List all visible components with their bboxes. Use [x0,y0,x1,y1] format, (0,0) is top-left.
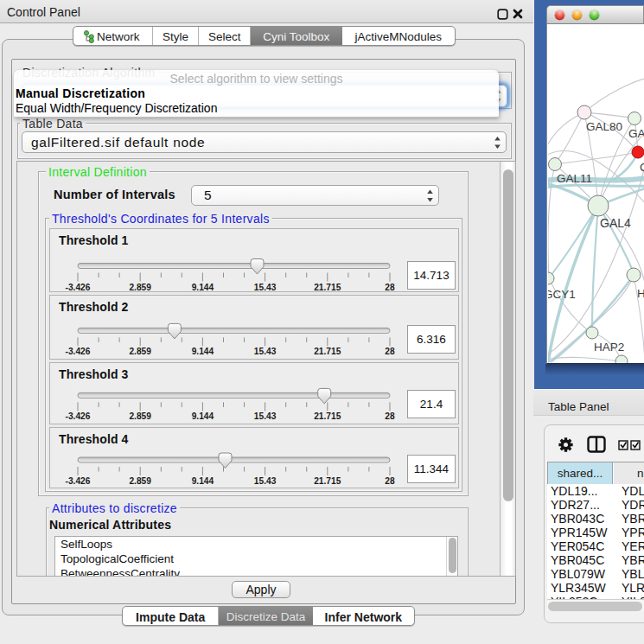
svg-text:28: 28 [385,476,395,486]
svg-text:9.144: 9.144 [192,347,214,356]
svg-text:21.715: 21.715 [314,476,341,486]
svg-text:2.859: 2.859 [129,411,151,421]
svg-text:GAL80: GAL80 [586,120,622,133]
svg-text:HAP2: HAP2 [594,341,624,354]
svg-text:28: 28 [385,283,395,292]
svg-text:15.43: 15.43 [254,347,277,356]
svg-text:-3.426: -3.426 [66,283,91,292]
svg-text:H: H [637,287,644,300]
svg-text:-3.426: -3.426 [66,411,91,421]
svg-text:28: 28 [385,411,395,421]
svg-text:GCY1: GCY1 [548,288,576,301]
svg-text:21.715: 21.715 [314,283,341,292]
svg-text:9.144: 9.144 [192,476,214,486]
svg-text:-3.426: -3.426 [66,476,91,486]
svg-text:2.859: 2.859 [129,347,151,356]
svg-text:21.715: 21.715 [314,411,341,421]
svg-text:GA: GA [628,127,644,140]
svg-text:15.43: 15.43 [254,283,277,292]
svg-text:GAL11: GAL11 [557,172,592,185]
svg-text:-3.426: -3.426 [66,347,91,356]
svg-text:28: 28 [385,347,395,356]
svg-text:21.715: 21.715 [314,347,341,356]
svg-text:GAL4: GAL4 [600,216,631,230]
svg-text:2.859: 2.859 [129,476,151,486]
svg-text:2.859: 2.859 [129,283,151,292]
svg-text:C: C [640,161,644,174]
svg-text:15.43: 15.43 [254,476,277,486]
svg-text:9.144: 9.144 [192,411,214,421]
svg-text:9.144: 9.144 [192,283,214,292]
svg-text:15.43: 15.43 [254,411,277,421]
